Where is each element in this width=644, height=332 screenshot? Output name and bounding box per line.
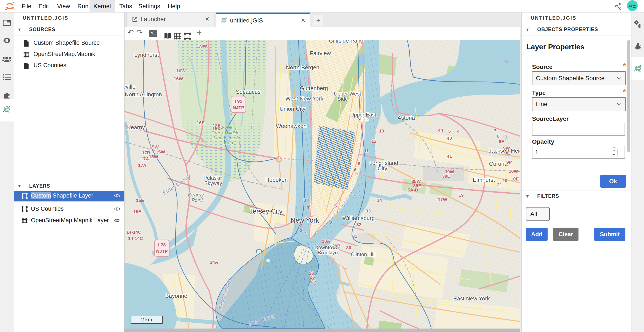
map-label: Union City <box>280 106 306 112</box>
toolbar-separator <box>194 29 194 38</box>
road-ref: 9 <box>354 167 356 172</box>
road-ref: 4 <box>457 128 460 134</box>
clear-filters-button[interactable]: Clear <box>553 228 578 241</box>
chevron-down-icon: ▾ <box>526 24 529 35</box>
avatar[interactable]: AE <box>627 0 638 11</box>
svg-text:NJTP: NJTP <box>156 249 168 254</box>
map-label: Skyway <box>204 180 222 186</box>
right-panel-title: UNTITLED.JGIS <box>522 12 632 24</box>
ok-button[interactable]: Ok <box>600 175 626 188</box>
close-icon[interactable]: ✕ <box>205 16 210 22</box>
menu-kernel[interactable]: Kernel <box>90 0 115 12</box>
running-sessions-icon[interactable] <box>0 36 14 44</box>
map-label: New York <box>291 216 319 224</box>
tab-launcher[interactable]: Launcher ✕ <box>126 12 214 27</box>
layers-section-header[interactable]: ▾ LAYERS <box>14 180 124 192</box>
tab-label: Launcher <box>140 16 166 23</box>
map-label: Lyndhurst <box>134 52 159 58</box>
add-filter-button[interactable]: Add <box>526 228 548 241</box>
eye-icon[interactable] <box>114 193 120 199</box>
vector-layer-button[interactable] <box>184 30 191 42</box>
road-ref: 16W <box>176 68 186 73</box>
right-sidebar-panel: UNTITLED.JGIS ▾ OBJECTS PROPERTIES Layer… <box>522 12 632 332</box>
eye-icon[interactable] <box>114 218 120 223</box>
collaborators-icon[interactable] <box>0 55 14 63</box>
source-item-us-counties[interactable]: US Counties <box>14 61 124 71</box>
add-layer-button[interactable]: + <box>197 28 202 41</box>
property-inspector-icon[interactable] <box>632 20 644 29</box>
map-label: Jersey City <box>249 208 282 215</box>
raster-layer-button[interactable] <box>174 30 181 42</box>
sources-section-header[interactable]: ▾ SOURCES <box>14 24 124 36</box>
console-button[interactable]: $_ <box>150 30 157 38</box>
map-label: Upper West <box>334 91 361 96</box>
sourcelayer-input[interactable] <box>532 123 625 136</box>
layer-row-osm-mapnik[interactable]: OpenStreetMap.Mapnik Layer <box>14 215 124 226</box>
stepper-up-icon[interactable] <box>612 149 616 152</box>
map-label: Weehawken <box>276 123 307 129</box>
filters-section-header[interactable]: ▾ FILTERS <box>522 190 632 202</box>
menu-bar: File Edit View Run Kernel Tabs Settings … <box>0 0 644 12</box>
table-of-contents-icon[interactable] <box>0 73 14 81</box>
road-ref: 39E <box>442 174 450 178</box>
filter-logic-chip[interactable]: All <box>526 207 550 221</box>
custom-shapefile-layer <box>314 126 355 190</box>
road-ref: 9E <box>504 150 510 156</box>
menu-view[interactable]: View <box>53 0 74 12</box>
type-select[interactable]: Line <box>532 97 626 111</box>
new-tab-button[interactable]: + <box>313 15 324 26</box>
map-label: Corona <box>489 160 508 167</box>
eye-icon[interactable] <box>114 206 120 212</box>
panel-resize-handle[interactable] <box>520 12 522 332</box>
source-select[interactable]: Custom Shapefile Source <box>532 71 626 85</box>
source-item-custom-shapefile[interactable]: Custom Shapefile Source <box>14 38 124 49</box>
road-ref: 15E <box>136 198 144 203</box>
undo-button[interactable]: ↶ <box>127 28 134 41</box>
source-item-osm-mapnik[interactable]: OpenStreetMap.Mapnik <box>14 50 124 60</box>
road-ref: 21 <box>497 182 502 187</box>
menu-settings[interactable]: Settings <box>134 0 164 12</box>
basemap-button[interactable] <box>164 30 172 42</box>
map-canvas[interactable]: I 95NJTP I 78NJTP ✈✈ Cliffside ParkLyndh… <box>124 40 520 328</box>
jupytergis-window: File Edit View Run Kernel Tabs Settings … <box>0 0 644 332</box>
road-ref: 3 <box>304 198 306 202</box>
road-ref: 20 <box>502 178 507 183</box>
layer-row-us-counties[interactable]: US Counties <box>14 204 124 215</box>
menu-tabs[interactable]: Tabs <box>116 0 136 12</box>
menu-edit[interactable]: Edit <box>34 0 53 12</box>
map-label: Brooklyn <box>318 250 338 256</box>
grid-icon <box>23 51 30 58</box>
layer-row-custom-shapefile[interactable]: Custom Shapefile Layer <box>14 191 124 202</box>
close-icon[interactable]: ✕ <box>301 17 306 24</box>
stepper-down-icon[interactable] <box>612 153 616 156</box>
road-ref: 14A <box>210 260 218 264</box>
share-icon[interactable] <box>614 2 622 10</box>
debugger-icon[interactable] <box>632 42 644 51</box>
jupytergis-right-panel-icon[interactable] <box>632 64 644 73</box>
road-ref: 7 <box>352 194 355 199</box>
file-browser-icon[interactable] <box>0 19 14 26</box>
source-item-label: Custom Shapefile Source <box>34 40 100 46</box>
vector-icon <box>22 206 28 212</box>
redo-button[interactable]: ↷ <box>136 28 143 41</box>
opacity-stepper[interactable] <box>611 148 618 157</box>
menu-file[interactable]: File <box>18 0 35 12</box>
road-ref: 17B <box>142 150 150 155</box>
source-item-label: OpenStreetMap.Mapnik <box>34 51 95 58</box>
road-ref: 14-14C <box>126 230 142 234</box>
extension-manager-icon[interactable] <box>0 91 14 99</box>
toolbar-separator <box>146 29 146 38</box>
left-activity-rail <box>0 12 14 332</box>
sources-section-label: SOURCES <box>29 24 55 35</box>
jupytergis-panel-icon[interactable] <box>0 105 14 114</box>
road-ref: 13 <box>379 128 384 133</box>
tab-untitled-jgis[interactable]: untitled.jGIS ✕ <box>216 12 310 28</box>
type-select-value: Line <box>536 101 547 108</box>
chevron-down-icon <box>617 77 622 80</box>
submit-filters-button[interactable]: Submit <box>594 228 626 241</box>
menu-help[interactable]: Help <box>164 0 184 12</box>
objects-properties-header[interactable]: ▾ OBJECTS PROPERTIES <box>522 24 632 36</box>
chevron-down-icon: ▾ <box>526 190 529 202</box>
panel-scrollbar[interactable] <box>627 40 630 152</box>
map-label: Side <box>358 117 368 122</box>
